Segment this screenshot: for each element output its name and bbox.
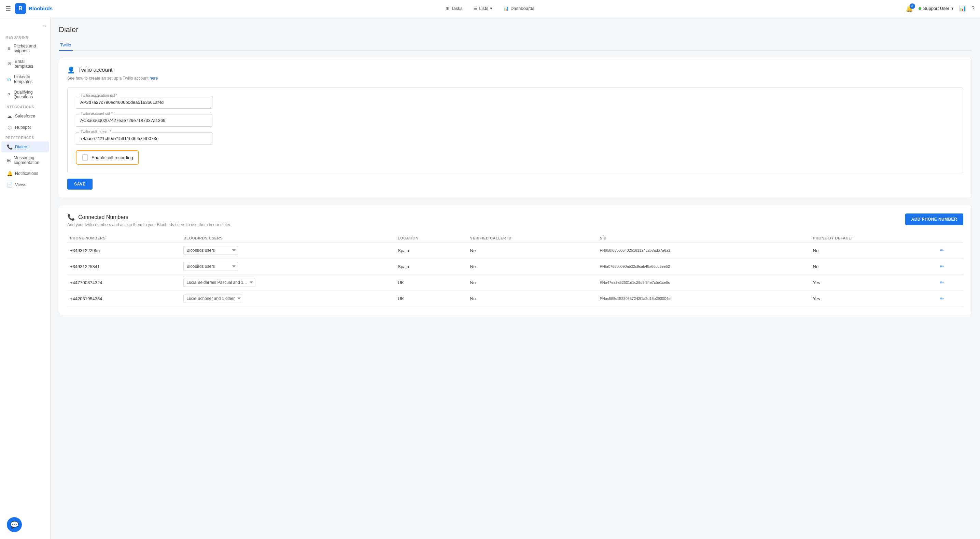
user-select-0[interactable]: Bloobirds users [183,246,238,255]
sidebar-item-views-label: Views [15,182,26,187]
edit-icon-0[interactable]: ✏ [940,248,944,253]
table-row: +34931222955 Bloobirds users Spain No PN… [67,242,963,258]
phone-numbers-table: PHONE NUMBERS BLOOBIRDS USERS LOCATION V… [67,234,963,307]
col-phone-numbers: PHONE NUMBERS [67,234,181,242]
form-section: Twilio application sid * Twilio account … [67,88,963,173]
card-subtitle: See how to create an set up a Twilio acc… [67,76,963,81]
card-title: Twilio account [78,67,113,73]
cell-edit-0: ✏ [937,242,963,258]
cell-verified-2: No [468,274,597,291]
col-verified: VERIFIED CALLER ID [468,234,597,242]
col-actions [937,234,963,242]
user-select-3[interactable]: Lucie Schöner and 1 other [183,294,243,303]
pitches-icon: ≡ [7,46,11,51]
table-row: +447700374324 Lucia Beldarrain Pascual a… [67,274,963,291]
sidebar-item-pitches-label: Pitches and snippets [14,44,43,53]
hamburger-icon[interactable]: ☰ [5,5,11,12]
tasks-icon: ⊞ [445,6,449,11]
sidebar-item-notifications-label: Notifications [15,171,38,176]
nav-dashboards[interactable]: 📊 Dashboards [503,6,535,11]
cell-edit-3: ✏ [937,291,963,307]
auth-token-label: Twilio auth token * [79,129,112,134]
enable-recording-label: Enable call recording [92,155,133,160]
account-sid-label: Twilio account sid * [79,112,114,115]
page-title: Dialer [59,25,972,34]
views-icon: 📄 [7,182,12,188]
sidebar-item-email-templates[interactable]: ✉ Email templates [2,56,49,72]
notification-bell[interactable]: 🔔 6 [905,5,913,12]
username-label: Support User [923,6,950,11]
cell-user-0: Bloobirds users [181,242,395,258]
phone-numbers-table-wrap: PHONE NUMBERS BLOOBIRDS USERS LOCATION V… [67,234,963,307]
app-sid-input[interactable] [76,96,212,108]
top-nav: ☰ B Bloobirds ⊞ Tasks ☰ Lists ▾ 📊 Dashbo… [0,0,980,17]
chat-fab[interactable]: 💬 [7,517,22,532]
nav-center: ⊞ Tasks ☰ Lists ▾ 📊 Dashboards [445,6,535,11]
person-icon: 👤 [67,66,75,74]
user-menu[interactable]: Support User ▾ [918,6,954,11]
cell-phone-3: +442031954354 [67,291,181,307]
sidebar-item-hubspot[interactable]: ⬡ Hubspot [2,122,49,133]
cell-location-3: UK [395,291,468,307]
cell-user-3: Lucie Schöner and 1 other [181,291,395,307]
sidebar-item-qualifying-label: Qualifying Questions [14,90,43,99]
cell-default-1: No [810,258,937,274]
add-phone-number-button[interactable]: ADD PHONE NUMBER [905,214,963,225]
card-header: 👤 Twilio account [67,66,963,74]
connected-numbers-title-group: 📞 Connected Numbers Add your twilio numb… [67,214,231,227]
save-button[interactable]: SAVE [67,179,92,190]
sidebar-item-linkedin-templates[interactable]: in LinkedIn templates [2,72,49,87]
cell-verified-0: No [468,242,597,258]
nav-tasks[interactable]: ⊞ Tasks [445,6,462,11]
app-sid-field: Twilio application sid * [76,96,955,108]
cell-edit-1: ✏ [937,258,963,274]
sidebar-item-dialers[interactable]: 📞 Dialers [2,141,49,152]
edit-icon-1[interactable]: ✏ [940,264,944,269]
email-icon: ✉ [7,61,12,67]
brand-name: Bloobirds [29,5,52,11]
sidebar-item-linkedin-label: LinkedIn templates [14,75,43,84]
cell-default-0: No [810,242,937,258]
sidebar-collapse-button[interactable]: « [0,22,50,33]
table-row: +34931225341 Bloobirds users Spain No PN… [67,258,963,274]
enable-recording-checkbox[interactable] [82,155,88,161]
sidebar-item-salesforce-label: Salesforce [15,114,35,118]
sidebar-item-dialers-label: Dialers [15,145,28,149]
enable-recording-checkbox-container[interactable]: Enable call recording [76,150,139,165]
sidebar-item-pitches[interactable]: ≡ Pitches and snippets [2,41,49,56]
account-sid-field: Twilio account sid * [76,114,955,127]
auth-token-input[interactable] [76,132,212,145]
user-select-2[interactable]: Lucia Beldarrain Pascual and 1... [183,278,255,287]
cell-phone-1: +34931225341 [67,258,181,274]
sidebar-item-email-label: Email templates [15,59,43,69]
user-select-1[interactable]: Bloobirds users [183,262,238,271]
linkedin-icon: in [7,77,11,81]
account-sid-input[interactable] [76,114,212,127]
analytics-icon[interactable]: 📊 [959,5,966,12]
nav-lists[interactable]: ☰ Lists ▾ [473,6,492,11]
sidebar-item-salesforce[interactable]: ☁ Salesforce [2,111,49,121]
hubspot-icon: ⬡ [7,125,12,130]
cell-location-1: Spain [395,258,468,274]
app-sid-label: Twilio application sid * [79,93,119,97]
here-link[interactable]: here [150,76,158,81]
sidebar-item-views[interactable]: 📄 Views [2,179,49,190]
table-row: +442031954354 Lucie Schöner and 1 other … [67,291,963,307]
col-sid: SID [597,234,810,242]
cell-default-2: Yes [810,274,937,291]
preferences-section-label: PREFERENCES [0,133,50,141]
edit-icon-2[interactable]: ✏ [940,280,944,285]
col-bloobirds-users: BLOOBIRDS USERS [181,234,395,242]
help-icon[interactable]: ? [972,5,975,12]
twilio-account-card: 👤 Twilio account See how to create an se… [59,58,972,198]
user-chevron-icon: ▾ [951,6,954,11]
dashboards-icon: 📊 [503,6,509,11]
tab-twilio[interactable]: Twilio [59,40,73,51]
edit-icon-3[interactable]: ✏ [940,296,944,301]
cell-user-1: Bloobirds users [181,258,395,274]
cell-phone-2: +447700374324 [67,274,181,291]
sidebar-item-notifications[interactable]: 🔔 Notifications [2,168,49,179]
sidebar-item-qualifying-questions[interactable]: ? Qualifying Questions [2,87,49,102]
lists-icon: ☰ [473,6,477,11]
sidebar-item-messaging-seg[interactable]: ⊞ Messaging segmentation [2,153,49,168]
